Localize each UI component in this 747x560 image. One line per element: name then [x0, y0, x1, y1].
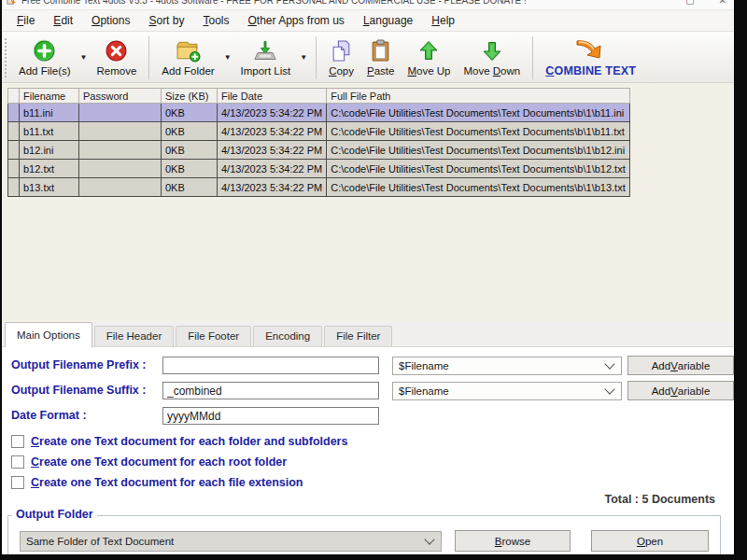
checkbox-label: Create one Text document for each folder…: [31, 435, 347, 448]
close-button[interactable]: ✕: [719, 0, 726, 6]
filename-cell: b13.txt: [20, 178, 79, 197]
move-down-icon: [481, 38, 503, 63]
checkbox-icon[interactable]: [11, 435, 24, 448]
add-folder-button[interactable]: Add Folder: [155, 36, 220, 78]
tab-strip: Main OptionsFile HeaderFile FooterEncodi…: [2, 322, 734, 347]
output-prefix-input[interactable]: [162, 357, 379, 374]
menu-item[interactable]: Edit: [44, 11, 82, 30]
add-files-button[interactable]: Add File(s): [12, 36, 78, 78]
date-format-label: Date Format :: [11, 409, 87, 422]
filename-cell: b11.txt: [20, 122, 79, 141]
toolbar: Add File(s) ▼ Remove Add F: [2, 32, 734, 84]
add-file-icon: [33, 38, 56, 63]
full-path-cell: C:\code\File Utilities\Test Documents\Te…: [327, 160, 629, 178]
file-list-view: FilenamePasswordSize (KB)File DateFull F…: [2, 82, 734, 323]
move-up-button[interactable]: Move Up: [401, 36, 457, 78]
row-stub-cell: [8, 178, 20, 197]
menu-item[interactable]: Language: [354, 11, 422, 30]
combine-text-button[interactable]: COMBINE TEXT: [539, 35, 642, 79]
menu-item[interactable]: Sort by: [139, 11, 193, 30]
menu-item[interactable]: File: [7, 11, 44, 30]
suffix-variable-dropdown[interactable]: $Filename: [392, 382, 622, 400]
menu-bar: FileEditOptionsSort byToolsOther Apps fr…: [2, 10, 734, 32]
total-documents-text: Total : 5 Documents: [604, 493, 715, 506]
size-cell: 0KB: [162, 141, 218, 160]
copy-icon: [330, 38, 353, 63]
add-variable-prefix-button[interactable]: Add Variable: [627, 356, 734, 375]
checkbox-icon[interactable]: [11, 455, 24, 469]
copy-button[interactable]: Copy: [322, 36, 360, 78]
file-date-cell: 4/13/2023 5:34:22 PM: [218, 104, 327, 122]
chevron-down-icon: [424, 534, 434, 544]
add-folder-dropdown-arrow[interactable]: ▼: [221, 54, 234, 62]
checkbox-label: Create one Text document for each file e…: [31, 476, 303, 489]
combine-text-icon: [575, 37, 607, 63]
app-window: Free Combine Text 4dots V5.3 - 4dots Sof…: [2, 0, 734, 554]
menu-item[interactable]: Tools: [193, 11, 238, 30]
size-cell: 0KB: [162, 178, 218, 197]
browse-button[interactable]: Browse: [455, 530, 571, 552]
import-list-icon: [253, 38, 277, 63]
window-title: Free Combine Text 4dots V5.3 - 4dots Sof…: [21, 0, 527, 6]
column-header[interactable]: [8, 89, 20, 104]
file-date-cell: 4/13/2023 5:34:22 PM: [218, 141, 327, 160]
paste-button[interactable]: Paste: [360, 36, 401, 78]
column-header[interactable]: File Date: [218, 89, 327, 104]
column-header[interactable]: Size (KB): [162, 89, 218, 104]
copy-label: Copy: [329, 65, 354, 77]
add-files-dropdown-arrow[interactable]: ▼: [78, 54, 91, 62]
password-cell: [79, 141, 162, 160]
move-up-label: Move Up: [407, 65, 450, 77]
output-suffix-input[interactable]: [162, 382, 379, 399]
tab[interactable]: File Header: [94, 326, 174, 346]
table-row[interactable]: b11.ini 0KB 4/13/2023 5:34:22 PM C:\code…: [8, 104, 630, 122]
main-options-panel: Output Filename Prefix : $Filename Add V…: [2, 347, 734, 554]
paste-icon: [369, 38, 392, 63]
tab[interactable]: File Footer: [176, 326, 251, 346]
row-stub-cell: [8, 122, 20, 141]
file-table: FilenamePasswordSize (KB)File DateFull F…: [7, 88, 630, 197]
output-folder-group: Output Folder Same Folder of Text Docume…: [7, 515, 721, 554]
table-row[interactable]: b12.txt 0KB 4/13/2023 5:34:22 PM C:\code…: [8, 160, 630, 178]
table-header-row: FilenamePasswordSize (KB)File DateFull F…: [8, 89, 630, 104]
column-header[interactable]: Password: [79, 89, 162, 104]
toolbar-separator: [148, 36, 149, 79]
remove-button[interactable]: Remove: [91, 36, 144, 78]
table-row[interactable]: b13.txt 0KB 4/13/2023 5:34:22 PM C:\code…: [8, 178, 630, 197]
move-down-button[interactable]: Move Down: [457, 36, 527, 78]
prefix-variable-dropdown[interactable]: $Filename: [392, 357, 622, 375]
maximize-button[interactable]: ▢: [685, 0, 694, 6]
toolbar-gripper[interactable]: [5, 38, 8, 77]
output-prefix-label: Output Filename Prefix :: [11, 358, 146, 371]
title-bar: Free Combine Text 4dots V5.3 - 4dots Sof…: [2, 0, 734, 10]
tab[interactable]: Main Options: [5, 322, 92, 347]
menu-item[interactable]: Options: [82, 11, 139, 30]
chevron-down-icon: [604, 358, 614, 369]
menu-item[interactable]: Other Apps from us: [238, 11, 353, 30]
import-list-label: Import List: [241, 65, 291, 77]
remove-label: Remove: [97, 65, 137, 77]
add-variable-suffix-button[interactable]: Add Variable: [627, 381, 734, 400]
date-format-input[interactable]: [162, 407, 379, 425]
column-header[interactable]: Full File Path: [327, 89, 629, 104]
filename-cell: b11.ini: [20, 104, 79, 122]
column-header[interactable]: Filename: [20, 89, 79, 104]
table-row[interactable]: b11.txt 0KB 4/13/2023 5:34:22 PM C:\code…: [8, 122, 630, 141]
import-list-dropdown-arrow[interactable]: ▼: [297, 54, 310, 62]
checkbox-option[interactable]: Create one Text document for each root f…: [11, 455, 287, 469]
tab[interactable]: File Filter: [324, 326, 392, 346]
checkbox-option[interactable]: Create one Text document for each file e…: [11, 476, 303, 489]
tab[interactable]: Encoding: [253, 326, 322, 346]
checkbox-option[interactable]: Create one Text document for each folder…: [11, 435, 347, 448]
import-list-button[interactable]: Import List: [234, 36, 298, 78]
open-button[interactable]: Open: [591, 530, 709, 552]
full-path-cell: C:\code\File Utilities\Test Documents\Te…: [327, 178, 629, 197]
toolbar-separator: [532, 36, 533, 79]
output-folder-value: Same Folder of Text Document: [26, 536, 174, 547]
output-folder-dropdown[interactable]: Same Folder of Text Document: [20, 531, 442, 552]
full-path-cell: C:\code\File Utilities\Test Documents\Te…: [327, 141, 629, 160]
checkbox-icon[interactable]: [11, 476, 24, 489]
password-cell: [79, 178, 162, 197]
menu-item[interactable]: Help: [422, 11, 464, 30]
table-row[interactable]: b12.ini 0KB 4/13/2023 5:34:22 PM C:\code…: [8, 141, 630, 160]
